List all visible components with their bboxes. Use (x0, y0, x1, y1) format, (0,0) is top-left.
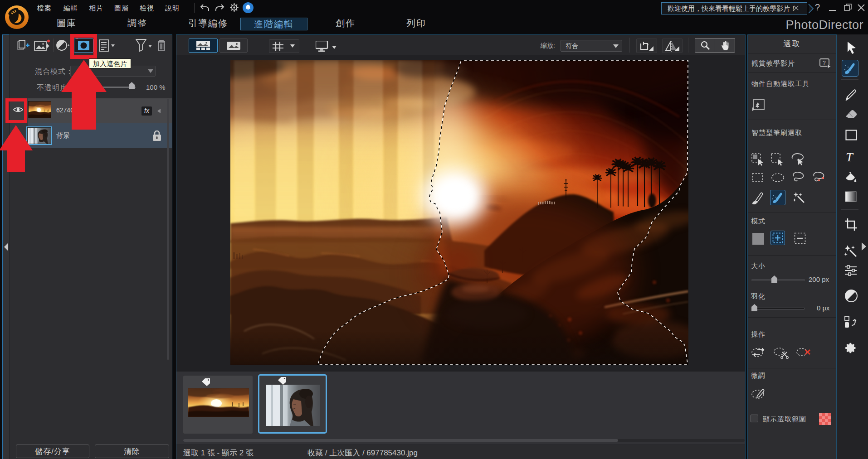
svg-text:?: ? (823, 60, 826, 66)
